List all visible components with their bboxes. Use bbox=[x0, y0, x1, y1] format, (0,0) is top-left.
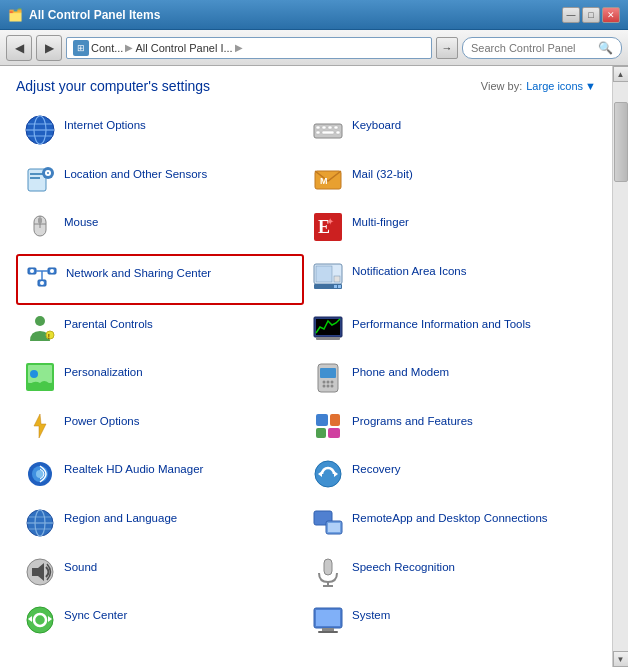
svg-rect-87 bbox=[322, 628, 334, 631]
icon-remoteapp bbox=[312, 507, 344, 539]
search-icon[interactable]: 🔍 bbox=[598, 41, 613, 55]
label-sound: Sound bbox=[64, 556, 97, 575]
svg-rect-88 bbox=[318, 631, 338, 633]
go-button[interactable]: → bbox=[436, 37, 458, 59]
item-sound[interactable]: Sound bbox=[16, 550, 304, 597]
maximize-button[interactable]: □ bbox=[582, 7, 600, 23]
svg-text:!: ! bbox=[48, 331, 51, 340]
icon-performance-info bbox=[312, 313, 344, 345]
item-network-sharing[interactable]: Network and Sharing Center bbox=[16, 254, 304, 305]
svg-rect-59 bbox=[316, 414, 328, 426]
search-box[interactable]: 🔍 bbox=[462, 37, 622, 59]
svg-point-55 bbox=[331, 381, 334, 384]
item-power-options[interactable]: Power Options bbox=[16, 404, 304, 451]
scroll-track[interactable] bbox=[613, 82, 629, 651]
back-button[interactable]: ◀ bbox=[6, 35, 32, 61]
scroll-down-button[interactable]: ▼ bbox=[613, 651, 629, 667]
item-phone-modem[interactable]: Phone and Modem bbox=[304, 355, 592, 402]
label-performance-info: Performance Information and Tools bbox=[352, 313, 531, 332]
svg-point-53 bbox=[323, 381, 326, 384]
scroll-up-button[interactable]: ▲ bbox=[613, 66, 629, 82]
item-mouse[interactable]: Mouse bbox=[16, 205, 304, 252]
page-title: Adjust your computer's settings bbox=[16, 78, 210, 94]
svg-point-33 bbox=[30, 269, 34, 273]
scroll-thumb[interactable] bbox=[614, 102, 628, 182]
svg-rect-38 bbox=[334, 276, 340, 282]
title-bar-left: 🗂️ All Control Panel Items bbox=[8, 8, 160, 22]
svg-rect-52 bbox=[320, 368, 336, 378]
svg-rect-40 bbox=[334, 285, 337, 288]
forward-button[interactable]: ▶ bbox=[36, 35, 62, 61]
svg-rect-39 bbox=[314, 284, 342, 289]
item-speech-recognition[interactable]: Speech Recognition bbox=[304, 550, 592, 597]
label-mouse: Mouse bbox=[64, 211, 99, 230]
svg-rect-62 bbox=[328, 428, 340, 438]
icon-sound bbox=[24, 556, 56, 588]
minimize-button[interactable]: — bbox=[562, 7, 580, 23]
svg-point-54 bbox=[327, 381, 330, 384]
icon-keyboard bbox=[312, 114, 344, 146]
label-network-sharing: Network and Sharing Center bbox=[66, 262, 211, 281]
svg-rect-24 bbox=[38, 218, 42, 223]
icon-region-language bbox=[24, 507, 56, 539]
path-sep-1: ▶ bbox=[125, 42, 133, 53]
item-region-language[interactable]: Region and Language bbox=[16, 501, 304, 548]
icon-mail: M bbox=[312, 163, 344, 195]
svg-rect-8 bbox=[328, 126, 332, 129]
item-system[interactable]: System bbox=[304, 598, 592, 645]
svg-rect-79 bbox=[324, 559, 332, 575]
svg-point-58 bbox=[331, 385, 334, 388]
icon-recovery bbox=[312, 458, 344, 490]
item-sync-center[interactable]: Sync Center bbox=[16, 598, 304, 645]
svg-rect-11 bbox=[322, 131, 334, 134]
view-by: View by: Large icons ▼ bbox=[481, 80, 596, 92]
window-icon: 🗂️ bbox=[8, 8, 23, 22]
scrollbar[interactable]: ▲ ▼ bbox=[612, 66, 628, 667]
label-speech-recognition: Speech Recognition bbox=[352, 556, 455, 575]
item-recovery[interactable]: Recovery bbox=[304, 452, 592, 499]
svg-rect-86 bbox=[316, 610, 340, 626]
svg-point-56 bbox=[323, 385, 326, 388]
svg-text:✦: ✦ bbox=[326, 216, 334, 227]
item-remoteapp[interactable]: RemoteApp and Desktop Connections bbox=[304, 501, 592, 548]
label-phone-modem: Phone and Modem bbox=[352, 361, 449, 380]
icon-parental-controls: ! bbox=[24, 313, 56, 345]
svg-rect-60 bbox=[330, 414, 340, 426]
icon-speech-recognition bbox=[312, 556, 344, 588]
item-location-sensors[interactable]: Location and Other Sensors bbox=[16, 157, 304, 204]
label-sync-center: Sync Center bbox=[64, 604, 127, 623]
svg-point-50 bbox=[30, 370, 38, 378]
item-programs-features[interactable]: Programs and Features bbox=[304, 404, 592, 451]
icon-realtek-audio bbox=[24, 458, 56, 490]
path-part-2: All Control Panel I... bbox=[135, 42, 232, 54]
item-mail[interactable]: M Mail (32-bit) bbox=[304, 157, 592, 204]
path-icon: ⊞ bbox=[73, 40, 89, 56]
item-performance-info[interactable]: Performance Information and Tools bbox=[304, 307, 592, 354]
item-parental-controls[interactable]: ! Parental Controls bbox=[16, 307, 304, 354]
view-by-label: View by: bbox=[481, 80, 522, 92]
icon-system bbox=[312, 604, 344, 636]
item-personalization[interactable]: Personalization bbox=[16, 355, 304, 402]
svg-rect-47 bbox=[316, 337, 340, 340]
items-grid: Internet Options Keyboard Location and O… bbox=[16, 108, 596, 645]
address-path[interactable]: ⊞ Cont... ▶ All Control Panel I... ▶ bbox=[66, 37, 432, 59]
label-parental-controls: Parental Controls bbox=[64, 313, 153, 332]
svg-rect-15 bbox=[30, 177, 40, 179]
label-keyboard: Keyboard bbox=[352, 114, 401, 133]
item-realtek-audio[interactable]: Realtek HD Audio Manager bbox=[16, 452, 304, 499]
svg-point-34 bbox=[50, 269, 54, 273]
search-input[interactable] bbox=[471, 42, 594, 54]
svg-rect-12 bbox=[336, 131, 340, 134]
svg-rect-14 bbox=[30, 173, 44, 175]
item-notification-area[interactable]: Notification Area Icons bbox=[304, 254, 592, 305]
item-multi-finger[interactable]: E✦ Multi-finger bbox=[304, 205, 592, 252]
item-keyboard[interactable]: Keyboard bbox=[304, 108, 592, 155]
label-internet-options: Internet Options bbox=[64, 114, 146, 133]
item-internet-options[interactable]: Internet Options bbox=[16, 108, 304, 155]
view-by-dropdown[interactable]: Large icons ▼ bbox=[526, 80, 596, 92]
label-personalization: Personalization bbox=[64, 361, 143, 380]
svg-rect-6 bbox=[316, 126, 320, 129]
svg-point-57 bbox=[327, 385, 330, 388]
close-button[interactable]: ✕ bbox=[602, 7, 620, 23]
icon-internet-options bbox=[24, 114, 56, 146]
